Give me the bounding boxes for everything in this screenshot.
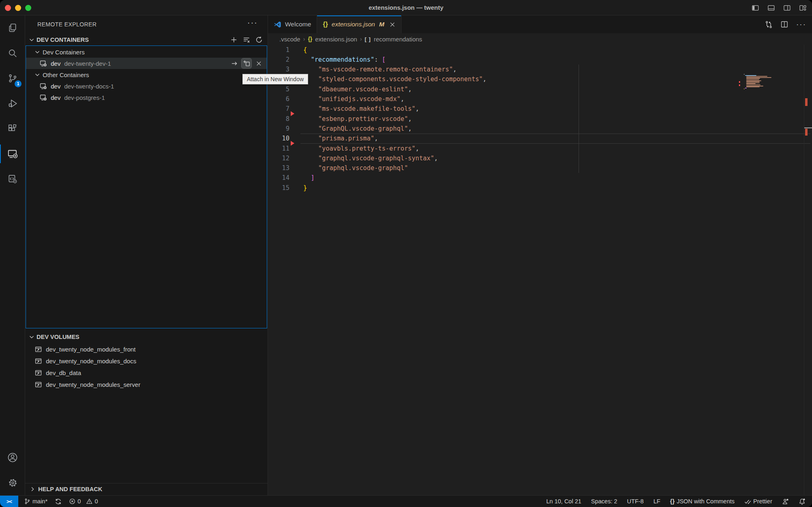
notifications-button[interactable] bbox=[799, 498, 806, 505]
sync-icon bbox=[55, 498, 62, 505]
eol-item[interactable]: LF bbox=[653, 498, 660, 505]
container-icon bbox=[40, 94, 47, 101]
formatter-label: Prettier bbox=[753, 498, 772, 505]
code-line-7[interactable]: 7 "ms-vscode.makefile-tools", bbox=[268, 104, 812, 114]
code-line-10[interactable]: 10 "prisma.prisma", bbox=[268, 134, 812, 144]
breadcrumb-item[interactable]: recommendations bbox=[374, 36, 422, 43]
customize-layout-icon[interactable] bbox=[799, 4, 806, 11]
add-container-icon[interactable] bbox=[230, 36, 238, 43]
container-item-dev-twenty-dev-1[interactable]: devdev-twenty-dev-1 bbox=[26, 58, 267, 69]
sync-changes-button[interactable] bbox=[55, 498, 62, 505]
tree-group-dev-containers[interactable]: Dev Containers bbox=[26, 46, 267, 58]
gear-icon bbox=[7, 477, 18, 488]
explorer-tab[interactable] bbox=[0, 15, 25, 41]
split-editor-icon[interactable] bbox=[781, 21, 788, 28]
cursor-position-item[interactable]: Ln 10, Col 21 bbox=[546, 498, 581, 505]
settings-button[interactable] bbox=[0, 470, 25, 495]
line-content: "graphql.vscode-graphql" bbox=[303, 164, 408, 172]
remote-indicator[interactable]: >< bbox=[0, 496, 18, 507]
git-deleted-marker bbox=[291, 111, 294, 116]
more-actions-icon[interactable]: ··· bbox=[796, 20, 806, 29]
tab-bar: Welcome {} extensions.json M ··· bbox=[268, 15, 812, 33]
problems-item[interactable]: 0 0 bbox=[69, 498, 98, 505]
line-number: 3 bbox=[268, 66, 289, 73]
toggle-sidebar-icon[interactable] bbox=[752, 4, 759, 11]
sidebar-header: REMOTE EXPLORER ··· bbox=[25, 15, 268, 33]
code-line-13[interactable]: 13 "graphql.vscode-graphql" bbox=[268, 163, 812, 173]
error-count: 0 bbox=[78, 498, 81, 505]
minimap[interactable] bbox=[739, 74, 792, 94]
volume-name: dev_twenty_node_modules_front bbox=[46, 346, 136, 353]
code-line-5[interactable]: 5 "dbaeumer.vscode-eslint", bbox=[268, 84, 812, 94]
dev-containers-tab[interactable] bbox=[0, 166, 25, 192]
volume-item-dev_twenty_node_modules_front[interactable]: dev_twenty_node_modules_front bbox=[25, 343, 268, 355]
code-line-2[interactable]: 2 "recommendations": [ bbox=[268, 54, 812, 65]
breadcrumb-item[interactable]: extensions.json bbox=[315, 36, 357, 43]
stop-icon[interactable] bbox=[254, 58, 263, 68]
minimap-line bbox=[746, 84, 760, 85]
volume-icon bbox=[35, 346, 42, 353]
git-deleted-marker bbox=[291, 141, 294, 146]
code-line-12[interactable]: 12 "graphql.vscode-graphql-syntax", bbox=[268, 153, 812, 163]
volume-item-dev_twenty_node_modules_server[interactable]: dev_twenty_node_modules_server bbox=[25, 379, 268, 390]
toggle-secondary-sidebar-icon[interactable] bbox=[784, 4, 790, 11]
line-number: 8 bbox=[268, 115, 289, 123]
line-number: 14 bbox=[268, 174, 289, 181]
code-line-1[interactable]: 1{ bbox=[268, 45, 812, 55]
code-line-8[interactable]: 8 "esbenp.prettier-vscode", bbox=[268, 114, 812, 124]
volume-item-dev_twenty_node_modules_docs[interactable]: dev_twenty_node_modules_docs bbox=[25, 355, 268, 367]
volume-item-dev_db_data[interactable]: dev_db_data bbox=[25, 367, 268, 379]
git-branch-item[interactable]: main* bbox=[24, 498, 48, 505]
toggle-panel-icon[interactable] bbox=[768, 4, 775, 11]
language-mode-item[interactable]: {} JSON with Comments bbox=[670, 498, 734, 505]
indentation-item[interactable]: Spaces: 2 bbox=[591, 498, 618, 505]
search-tab[interactable] bbox=[0, 41, 25, 66]
clear-list-icon[interactable] bbox=[243, 36, 250, 43]
help-feedback-section-header[interactable]: HELP AND FEEDBACK bbox=[25, 483, 268, 495]
dev-volumes-section-header[interactable]: DEV VOLUMES bbox=[25, 331, 268, 343]
attach-current-window-icon[interactable] bbox=[229, 58, 239, 68]
code-editor[interactable]: 1{2 "recommendations": [3 "ms-vscode-rem… bbox=[268, 45, 812, 495]
tab-label: extensions.json bbox=[332, 21, 375, 28]
code-line-9[interactable]: 9 "GraphQL.vscode-graphql", bbox=[268, 123, 812, 134]
open-changes-icon[interactable] bbox=[765, 21, 773, 28]
code-line-11[interactable]: 11 "yoavbls.pretty-ts-errors", bbox=[268, 143, 812, 153]
array-brackets-icon: [ ] bbox=[365, 36, 371, 42]
overview-deleted-mark bbox=[805, 129, 808, 136]
source-control-tab[interactable]: 1 bbox=[0, 66, 25, 91]
attach-new-window-icon[interactable] bbox=[242, 58, 251, 68]
code-line-3[interactable]: 3 "ms-vscode-remote.remote-containers", bbox=[268, 65, 812, 75]
window-title: extensions.json — twenty bbox=[0, 0, 812, 15]
close-tab-icon[interactable] bbox=[389, 22, 395, 28]
encoding-item[interactable]: UTF-8 bbox=[627, 498, 644, 505]
minimap-deleted-mark bbox=[739, 81, 740, 83]
container-item-dev-twenty-docs-1[interactable]: devdev-twenty-docs-1 bbox=[26, 80, 267, 92]
remote-explorer-tab[interactable] bbox=[0, 141, 25, 166]
volume-name: dev_twenty_node_modules_server bbox=[46, 381, 140, 388]
tab-extensions-json[interactable]: {} extensions.json M bbox=[317, 15, 401, 33]
line-content: "ms-vscode.makefile-tools", bbox=[303, 105, 419, 112]
tree-group-other-containers[interactable]: Other Containers bbox=[26, 69, 267, 80]
extensions-tab[interactable] bbox=[0, 116, 25, 141]
refresh-icon[interactable] bbox=[255, 36, 263, 43]
tab-welcome[interactable]: Welcome bbox=[268, 15, 317, 33]
extensions-icon bbox=[7, 123, 18, 134]
formatter-item[interactable]: Prettier bbox=[744, 498, 772, 505]
feedback-button[interactable] bbox=[782, 498, 789, 505]
code-line-6[interactable]: 6 "unifiedjs.vscode-mdx", bbox=[268, 94, 812, 104]
more-actions-icon[interactable]: ··· bbox=[247, 18, 258, 27]
language-label: JSON with Comments bbox=[677, 498, 735, 505]
code-line-14[interactable]: 14 ] bbox=[268, 173, 812, 183]
warning-count: 0 bbox=[95, 498, 98, 505]
container-item-dev-postgres-1[interactable]: devdev-postgres-1 bbox=[26, 92, 267, 103]
run-debug-tab[interactable] bbox=[0, 91, 25, 116]
code-line-15[interactable]: 15} bbox=[268, 183, 812, 193]
code-line-4[interactable]: 4 "styled-components.vscode-styled-compo… bbox=[268, 74, 812, 84]
account-button[interactable] bbox=[0, 445, 25, 470]
line-number: 12 bbox=[268, 155, 289, 162]
overview-ruler[interactable] bbox=[804, 45, 812, 495]
chevron-down-icon bbox=[28, 334, 35, 340]
minimap-line bbox=[746, 81, 760, 82]
breadcrumb-item[interactable]: .vscode bbox=[279, 36, 300, 43]
minimap-line bbox=[745, 88, 747, 88]
